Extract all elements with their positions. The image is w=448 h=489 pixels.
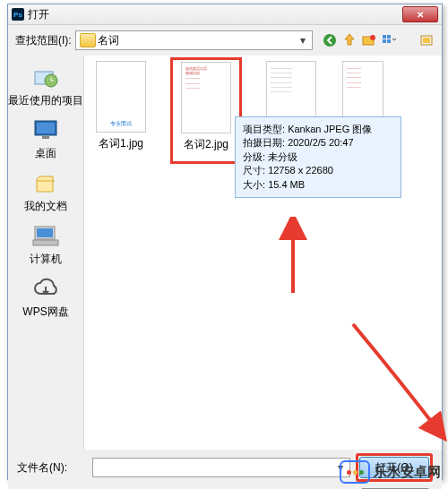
places-bar: 最近使用的项目 桌面 我的文档 计算机 WPS网盘 <box>8 56 84 450</box>
svg-rect-12 <box>37 123 55 133</box>
titlebar: Ps 打开 ✕ <box>8 4 442 25</box>
file-item-selected[interactable]: 面试英语口语速成培训———————————— 名词2.jpg <box>175 62 237 152</box>
tooltip-filesize-label: 大小: <box>243 179 265 190</box>
cloud-icon <box>31 274 60 303</box>
place-label: 计算机 <box>8 252 83 267</box>
computer-icon <box>31 221 60 250</box>
svg-rect-3 <box>383 35 386 39</box>
thumbnail-icon: 面试英语口语速成培训———————————— <box>181 62 231 133</box>
thumb-title: 名词 <box>118 65 124 69</box>
file-name: 名词1.jpg <box>90 136 152 151</box>
toolbar-icons <box>322 32 435 48</box>
recent-icon <box>31 63 60 91</box>
photoshop-icon: Ps <box>12 8 24 21</box>
svg-point-0 <box>323 34 336 47</box>
open-dialog: Ps 打开 ✕ 查找范围(I): 名词 ▾ 最近使用的项目 <box>7 4 443 480</box>
file-item[interactable]: 名词 专业面试 名词1.jpg <box>90 61 152 164</box>
close-button[interactable]: ✕ <box>402 6 438 22</box>
place-computer[interactable]: 计算机 <box>8 218 83 270</box>
dialog-body: 最近使用的项目 桌面 我的文档 计算机 WPS网盘 <box>8 56 442 450</box>
watermark-text: 乐水安卓网 <box>374 464 441 481</box>
lookin-dropdown[interactable]: 名词 ▾ <box>75 30 313 50</box>
filename-input[interactable]: ▾ <box>92 458 350 477</box>
watermark-logo <box>340 460 370 484</box>
thumbnail-icon: 名词 专业面试 <box>96 61 146 133</box>
back-icon[interactable] <box>322 32 338 48</box>
documents-icon <box>31 168 60 197</box>
lookin-label: 查找范围(I): <box>15 33 72 48</box>
file-pane[interactable]: 名词 专业面试 名词1.jpg 面试英语口语速成培训———————————— 名… <box>84 56 442 450</box>
tooltip-size-value: 12758 x 22680 <box>268 165 333 176</box>
tooltip-type-value: Kankan JPEG 图像 <box>288 124 372 134</box>
thumb-bar: 专业面试 <box>108 120 134 128</box>
selection-highlight: 面试英语口语速成培训———————————— 名词2.jpg <box>170 57 242 164</box>
tooltip-type-label: 项目类型: <box>243 124 285 134</box>
extras-icon[interactable] <box>418 32 435 48</box>
window-title: 打开 <box>28 7 402 22</box>
view-menu-icon[interactable] <box>381 32 397 48</box>
annotation-arrow <box>275 217 311 297</box>
lookin-row: 查找范围(I): 名词 ▾ <box>8 25 442 56</box>
watermark: 乐水安卓网 <box>340 460 441 484</box>
svg-rect-5 <box>383 39 386 43</box>
dot-icon <box>353 470 358 475</box>
tooltip-date-value: 2020/2/5 20:47 <box>288 137 353 148</box>
place-recent[interactable]: 最近使用的项目 <box>8 59 83 112</box>
close-icon: ✕ <box>417 10 424 20</box>
folder-icon <box>80 33 96 47</box>
file-tooltip: 项目类型: Kankan JPEG 图像 拍摄日期: 2020/2/5 20:4… <box>235 116 401 198</box>
tooltip-size-label: 尺寸: <box>243 165 265 176</box>
dot-icon <box>347 470 351 475</box>
annotation-arrow <box>344 315 448 450</box>
svg-rect-13 <box>42 136 49 139</box>
tooltip-date-label: 拍摄日期: <box>243 137 285 148</box>
svg-rect-8 <box>423 38 430 43</box>
lookin-value: 名词 <box>98 33 119 48</box>
tooltip-filesize-value: 15.4 MB <box>268 179 305 190</box>
place-desktop[interactable]: 桌面 <box>8 112 83 165</box>
tooltip-rating-value: 未分级 <box>268 151 297 162</box>
svg-point-2 <box>370 35 375 40</box>
svg-rect-15 <box>37 228 53 237</box>
place-label: 桌面 <box>8 146 83 161</box>
new-folder-icon[interactable] <box>361 32 377 48</box>
desktop-icon <box>31 116 60 144</box>
place-label: 我的文档 <box>8 199 83 214</box>
dot-icon <box>359 470 364 475</box>
file-name: 名词2.jpg <box>175 137 237 152</box>
place-label: 最近使用的项目 <box>8 93 83 108</box>
svg-rect-6 <box>387 39 391 43</box>
place-documents[interactable]: 我的文档 <box>8 165 83 218</box>
svg-rect-4 <box>387 35 391 39</box>
place-wps[interactable]: WPS网盘 <box>8 270 83 323</box>
svg-rect-16 <box>33 240 58 245</box>
tooltip-rating-label: 分级: <box>243 151 265 162</box>
up-icon[interactable] <box>341 32 358 48</box>
chevron-down-icon: ▾ <box>296 33 310 47</box>
filename-label: 文件名(N): <box>17 460 87 476</box>
place-label: WPS网盘 <box>8 305 83 320</box>
